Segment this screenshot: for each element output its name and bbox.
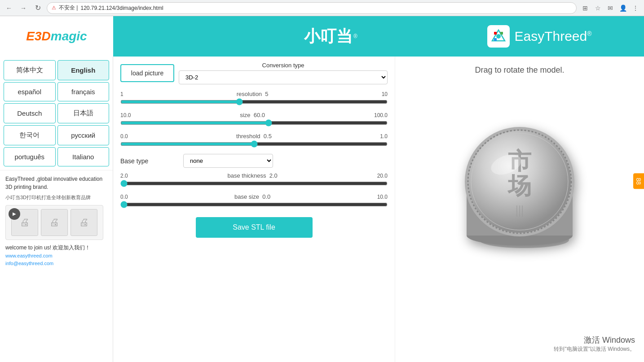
base-thickness-slider-row: 2.0 base thickness 2.0 20.0 bbox=[120, 172, 388, 189]
windows-activation-title: 激活 Windows bbox=[554, 335, 635, 345]
lang-portuguese[interactable]: português bbox=[4, 147, 56, 166]
lang-french[interactable]: français bbox=[57, 82, 110, 101]
svg-rect-2 bbox=[494, 32, 497, 35]
sidebar-logo: E3Dmagic bbox=[0, 16, 113, 57]
menu-icon[interactable]: ⋮ bbox=[631, 3, 640, 13]
e3dmagic-logo: E3Dmagic bbox=[26, 29, 87, 44]
base-type-row: Base type noneflatbox bbox=[120, 154, 388, 168]
base-size-max: 10.0 bbox=[377, 194, 388, 200]
threshold-labels: 0.0 threshold 0.5 1.0 bbox=[120, 133, 388, 140]
3d-model[interactable]: 市 场 ||| bbox=[448, 111, 591, 254]
threshold-slider-row: 0.0 threshold 0.5 1.0 bbox=[120, 133, 388, 149]
refresh-button[interactable]: ↻ bbox=[32, 3, 43, 13]
svg-point-1 bbox=[496, 34, 501, 39]
lang-simplified-chinese[interactable]: 简体中文 bbox=[4, 60, 56, 80]
page: E3Dmagic 简体中文 English español français D… bbox=[0, 16, 644, 362]
lang-japanese[interactable]: 日本語 bbox=[57, 103, 110, 123]
base-thickness-slider[interactable] bbox=[120, 180, 388, 187]
windows-activation-subtitle: 转到"电脑设置"以激活 Windows。 bbox=[554, 345, 635, 353]
lang-german[interactable]: Deutsch bbox=[4, 103, 56, 123]
main-body: load picture Conversion type 3D-23D-13D-… bbox=[113, 57, 644, 362]
printer-images: ▶ 🖨 🖨 🖨 bbox=[5, 205, 103, 240]
sidebar: E3Dmagic 简体中文 English español français D… bbox=[0, 16, 113, 362]
size-max: 100.0 bbox=[374, 112, 388, 118]
easythreed-icon bbox=[487, 25, 510, 48]
base-type-select[interactable]: noneflatbox bbox=[183, 154, 273, 168]
save-stl-button[interactable]: Save STL file bbox=[196, 217, 313, 238]
url-text: 不安全 | bbox=[59, 4, 78, 12]
header: 小叮当 ® EasyThreed® bbox=[113, 16, 644, 57]
conversion-label: Conversion type bbox=[179, 62, 388, 69]
resolution-labels: 1 resolution 5 10 bbox=[120, 91, 388, 97]
base-size-min: 0.0 bbox=[120, 194, 128, 200]
edge-button[interactable]: 88 bbox=[633, 173, 644, 189]
svg-text:|||: ||| bbox=[516, 203, 524, 217]
printer-row: 🖨 🖨 🖨 bbox=[11, 209, 97, 236]
resolution-label: resolution 5 bbox=[124, 91, 382, 97]
easythreed-logo: EasyThreed® bbox=[487, 25, 591, 48]
translate-icon[interactable]: ⊞ bbox=[580, 3, 590, 13]
base-thickness-min: 2.0 bbox=[120, 173, 128, 179]
base-type-label: Base type bbox=[120, 157, 174, 165]
brand-description-zh: 小叮当3D打印机打造全球创新教育品牌 bbox=[5, 194, 107, 201]
base-size-label: base size 0.0 bbox=[128, 193, 377, 200]
resolution-slider[interactable] bbox=[120, 98, 388, 105]
lang-spanish[interactable]: español bbox=[4, 82, 56, 101]
size-slider[interactable] bbox=[120, 119, 388, 126]
size-min: 10.0 bbox=[120, 112, 131, 118]
welcome-text: welcome to join us! 欢迎加入我们！ bbox=[5, 244, 107, 252]
resolution-min: 1 bbox=[120, 91, 124, 97]
lang-english[interactable]: English bbox=[57, 60, 110, 80]
windows-activation: 激活 Windows 转到"电脑设置"以激活 Windows。 bbox=[554, 335, 635, 353]
lang-korean[interactable]: 한국어 bbox=[4, 125, 56, 145]
sidebar-info: EasyThreed ,global innovative education … bbox=[0, 170, 113, 362]
conversion-group: Conversion type 3D-23D-13D-3 bbox=[179, 62, 388, 84]
preview-area[interactable]: Drag to rotate the model. bbox=[395, 57, 644, 362]
main-content: 小叮当 ® EasyThreed® bbox=[113, 16, 644, 362]
header-right: EasyThreed® bbox=[435, 25, 644, 48]
xiaodang-logo: 小叮当 bbox=[304, 26, 353, 48]
threshold-slider[interactable] bbox=[120, 140, 388, 148]
base-thickness-labels: 2.0 base thickness 2.0 20.0 bbox=[120, 172, 388, 179]
security-icon: ⚠ bbox=[52, 5, 56, 11]
resolution-max: 10 bbox=[382, 91, 388, 97]
svg-text:场: 场 bbox=[507, 173, 531, 199]
svg-rect-4 bbox=[494, 38, 497, 41]
header-center: 小叮当 ® bbox=[226, 26, 435, 48]
contact-email[interactable]: info@easythreed.com bbox=[5, 260, 107, 268]
play-icon[interactable]: ▶ bbox=[9, 208, 20, 220]
printer-2: 🖨 bbox=[41, 209, 68, 236]
base-size-labels: 0.0 base size 0.0 10.0 bbox=[120, 193, 388, 200]
brand-description-en: EasyThreed ,global innovative education … bbox=[5, 175, 107, 191]
resolution-slider-row: 1 resolution 5 10 bbox=[120, 91, 388, 107]
top-controls-row: load picture Conversion type 3D-23D-13D-… bbox=[120, 62, 388, 84]
threshold-min: 0.0 bbox=[120, 133, 128, 140]
size-labels: 10.0 size 60.0 100.0 bbox=[120, 112, 388, 118]
svg-rect-3 bbox=[500, 32, 503, 35]
browser-bar: ← → ↻ ⚠ 不安全 | 120.79.21.124/3dimage/inde… bbox=[0, 0, 644, 16]
threshold-label: threshold 0.5 bbox=[128, 133, 380, 140]
controls-panel: load picture Conversion type 3D-23D-13D-… bbox=[113, 57, 395, 362]
base-thickness-max: 20.0 bbox=[377, 173, 388, 179]
contact-website[interactable]: www.easythreed.com bbox=[5, 252, 107, 260]
lang-russian[interactable]: русский bbox=[57, 125, 110, 145]
drag-hint: Drag to rotate the model. bbox=[475, 65, 564, 75]
printer-3: 🖨 bbox=[71, 209, 97, 236]
lang-italian[interactable]: Italiano bbox=[57, 147, 110, 166]
load-picture-button[interactable]: load picture bbox=[120, 64, 174, 82]
language-grid: 简体中文 English español français Deutsch 日本… bbox=[0, 57, 113, 170]
url-domain: 120.79.21.124/3dimage/index.html bbox=[80, 5, 163, 11]
conversion-type-select[interactable]: 3D-23D-13D-3 bbox=[179, 70, 388, 84]
size-slider-row: 10.0 size 60.0 100.0 bbox=[120, 112, 388, 128]
easythreed-name: EasyThreed® bbox=[514, 29, 591, 44]
people-icon[interactable]: 👤 bbox=[618, 3, 628, 13]
size-label: size 60.0 bbox=[131, 112, 374, 118]
star-icon[interactable]: ☆ bbox=[593, 3, 603, 13]
address-bar[interactable]: ⚠ 不安全 | 120.79.21.124/3dimage/index.html bbox=[47, 2, 577, 14]
base-size-slider-row: 0.0 base size 0.0 10.0 bbox=[120, 193, 388, 210]
forward-button[interactable]: → bbox=[18, 3, 29, 13]
registered-mark: ® bbox=[587, 30, 591, 37]
back-button[interactable]: ← bbox=[4, 3, 14, 13]
email-icon[interactable]: ✉ bbox=[605, 3, 615, 13]
base-size-slider[interactable] bbox=[120, 201, 388, 208]
